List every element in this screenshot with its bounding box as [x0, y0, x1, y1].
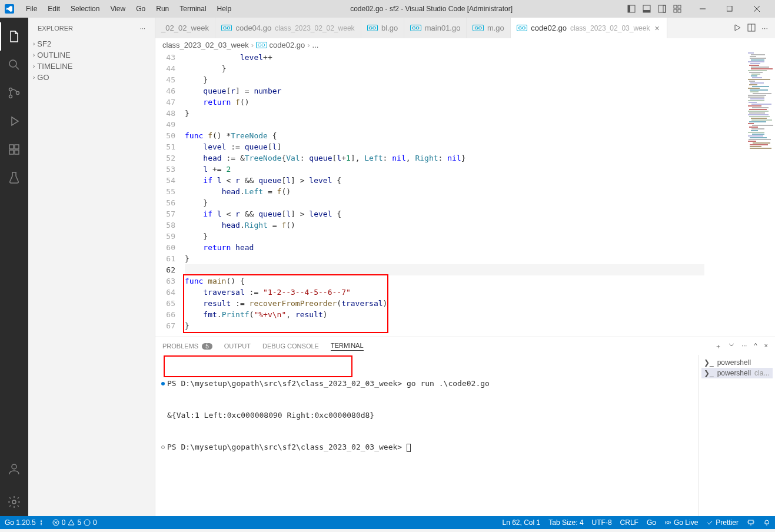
- activity-extensions-icon[interactable]: [0, 135, 28, 164]
- sidebar-more-icon[interactable]: ···: [140, 25, 145, 32]
- svg-rect-23: [15, 145, 19, 149]
- maximize-button[interactable]: [716, 0, 743, 18]
- terminal-content[interactable]: PS D:\mysetup\gopath\src\sf2\class_2023_…: [155, 355, 699, 516]
- menu-run[interactable]: Run: [151, 2, 174, 15]
- maximize-panel-icon[interactable]: ^: [754, 342, 757, 351]
- panel-tab-problems[interactable]: PROBLEMS5: [162, 343, 212, 350]
- tab-02-02-week[interactable]: _02_02_week: [155, 18, 215, 38]
- panel-more-icon[interactable]: ···: [741, 342, 747, 351]
- new-terminal-icon[interactable]: ＋: [715, 342, 721, 351]
- toggle-primary-sidebar-icon[interactable]: [627, 4, 636, 14]
- breadcrumb-folder[interactable]: class_2023_02_03_week: [162, 41, 249, 49]
- terminal-active-dot-icon: [161, 382, 165, 385]
- activity-explorer-icon[interactable]: [0, 22, 28, 51]
- sidebar-section-sf2[interactable]: ›SF2: [28, 38, 155, 49]
- activity-debug-icon[interactable]: [0, 107, 28, 135]
- menu-go[interactable]: Go: [131, 2, 150, 15]
- svg-point-32: [84, 520, 90, 526]
- sidebar-section-timeline[interactable]: ›TIMELINE: [28, 61, 155, 72]
- panel-tab-output[interactable]: OUTPUT: [224, 343, 251, 350]
- run-icon[interactable]: [733, 24, 741, 32]
- terminal-list-item[interactable]: ❯_powershell: [701, 357, 773, 368]
- split-editor-icon[interactable]: [747, 24, 756, 32]
- editor-more-icon[interactable]: ···: [761, 24, 768, 32]
- toggle-secondary-sidebar-icon[interactable]: [657, 4, 667, 14]
- breadcrumb-file[interactable]: code02.go: [270, 41, 305, 49]
- sidebar-section-outline[interactable]: ›OUTLINE: [28, 49, 155, 61]
- terminal-dropdown-icon[interactable]: [729, 342, 734, 351]
- sidebar-section-go[interactable]: ›GO: [28, 72, 155, 83]
- breadcrumb-symbol[interactable]: ...: [312, 41, 319, 49]
- tab-bl[interactable]: GObl.go: [361, 18, 405, 38]
- terminal-icon: ❯_: [704, 358, 714, 367]
- code-editor[interactable]: 4344454647484950515253545556575859606162…: [155, 51, 775, 337]
- panel-tab-debug[interactable]: DEBUG CONSOLE: [262, 343, 319, 350]
- svg-rect-11: [727, 6, 732, 11]
- go-file-icon: GO: [410, 25, 421, 31]
- svg-rect-1: [628, 5, 630, 12]
- svg-rect-7: [678, 5, 681, 8]
- panel-tab-terminal[interactable]: TERMINAL: [331, 342, 364, 351]
- customize-layout-icon[interactable]: [673, 4, 682, 14]
- svg-point-14: [9, 60, 16, 67]
- status-encoding[interactable]: UTF-8: [592, 518, 612, 527]
- annotation-highlight-terminal: [164, 355, 352, 377]
- sidebar-title: EXPLORER: [38, 25, 73, 32]
- activity-account-icon[interactable]: [0, 455, 28, 483]
- toggle-panel-icon[interactable]: [642, 4, 651, 14]
- minimize-button[interactable]: [689, 0, 716, 18]
- tab-main01[interactable]: GOmain01.go: [404, 18, 467, 38]
- status-problems[interactable]: 0 5 0: [52, 518, 97, 527]
- menu-view[interactable]: View: [105, 2, 130, 15]
- svg-point-17: [9, 95, 12, 98]
- svg-marker-26: [735, 25, 740, 31]
- minimap[interactable]: [704, 51, 775, 337]
- svg-rect-9: [678, 9, 681, 12]
- editor-tabs: _02_02_week GOcode04.goclass_2023_02_02_…: [155, 18, 726, 38]
- go-file-icon: GO: [221, 25, 232, 31]
- svg-rect-3: [643, 10, 650, 12]
- status-eol[interactable]: CRLF: [620, 518, 638, 527]
- status-go-version[interactable]: Go 1.20.5: [5, 518, 44, 527]
- tab-m[interactable]: GOm.go: [467, 18, 510, 38]
- breadcrumbs[interactable]: class_2023_02_03_week › GO code02.go › .…: [155, 38, 775, 51]
- svg-rect-21: [9, 150, 14, 154]
- close-button[interactable]: [743, 0, 770, 18]
- chevron-right-icon: ›: [33, 52, 35, 58]
- activity-settings-icon[interactable]: [0, 488, 28, 516]
- menu-selection[interactable]: Selection: [66, 2, 104, 15]
- go-file-icon: GO: [473, 25, 483, 31]
- vscode-icon: [5, 4, 14, 14]
- code-content[interactable]: level++ } } queue[r] = number return f()…: [185, 51, 704, 337]
- svg-rect-4: [658, 5, 666, 12]
- terminal-list-item[interactable]: ❯_powershell cla...: [701, 368, 773, 378]
- menu-edit[interactable]: Edit: [43, 2, 65, 15]
- svg-point-33: [667, 521, 669, 524]
- svg-rect-34: [749, 520, 753, 524]
- tab-close-icon[interactable]: ×: [653, 24, 660, 33]
- activity-search-icon[interactable]: [0, 51, 28, 79]
- activity-scm-icon[interactable]: [0, 79, 28, 107]
- status-prettier[interactable]: Prettier: [706, 518, 739, 527]
- status-feedback-icon[interactable]: [747, 518, 755, 527]
- editor-area: _02_02_week GOcode04.goclass_2023_02_02_…: [155, 18, 775, 516]
- status-tabsize[interactable]: Tab Size: 4: [548, 518, 583, 527]
- explorer-sidebar: EXPLORER ··· ›SF2 ›OUTLINE ›TIMELINE ›GO: [28, 18, 155, 516]
- menu-help[interactable]: Help: [212, 2, 237, 15]
- status-bell-icon[interactable]: [763, 518, 770, 527]
- svg-point-18: [16, 92, 19, 95]
- tab-code04[interactable]: GOcode04.goclass_2023_02_02_week: [215, 18, 361, 38]
- status-cursor[interactable]: Ln 62, Col 1: [503, 518, 541, 527]
- menu-terminal[interactable]: Terminal: [175, 2, 211, 15]
- tab-code02[interactable]: GOcode02.goclass_2023_02_03_week×: [511, 18, 667, 38]
- menu-file[interactable]: File: [21, 2, 42, 15]
- terminal-line: &{Val:1 Left:0xc000008090 Right:0xc00000…: [167, 410, 691, 421]
- line-gutter: 4344454647484950515253545556575859606162…: [155, 51, 185, 337]
- chevron-right-icon: ›: [33, 41, 35, 47]
- status-lang[interactable]: Go: [647, 518, 656, 527]
- status-golive[interactable]: Go Live: [664, 518, 698, 527]
- activity-testing-icon[interactable]: [0, 164, 28, 192]
- editor-actions: ···: [726, 24, 775, 32]
- close-panel-icon[interactable]: ×: [764, 342, 768, 351]
- terminal-idle-dot-icon: [161, 445, 165, 449]
